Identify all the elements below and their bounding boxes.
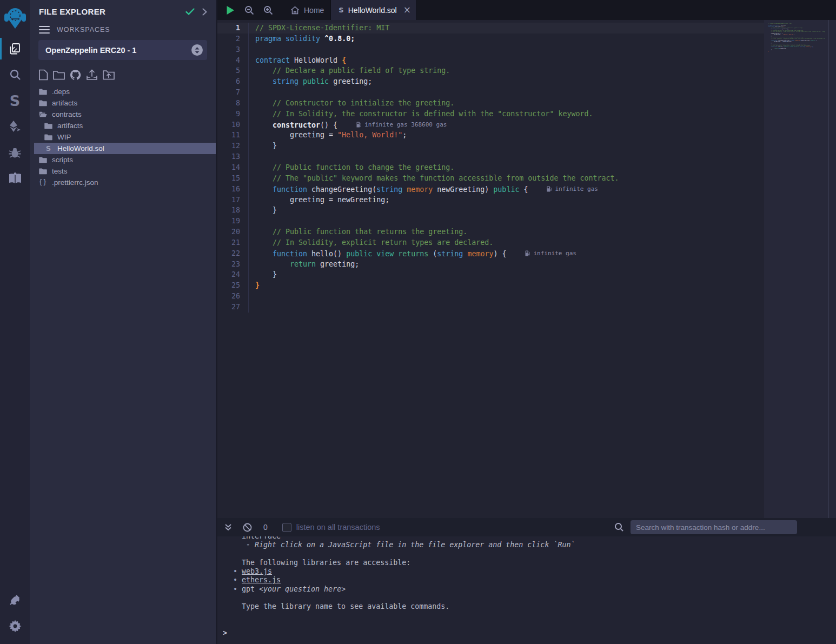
folder-icon (39, 168, 47, 175)
bullet: • (233, 585, 237, 594)
settings-gear-icon[interactable] (0, 613, 30, 639)
line-number: 19 (217, 216, 248, 227)
line-number: 26 (217, 291, 248, 302)
braces-icon: {} (39, 180, 47, 186)
tab-home[interactable]: Home (284, 0, 330, 20)
code-line-4[interactable]: 4contract HelloWorld { (217, 55, 836, 66)
code-line-10[interactable]: 10 constructor() {infinite gas 368600 ga… (217, 119, 836, 130)
remix-logo-icon[interactable] (0, 3, 30, 32)
code-line-5[interactable]: 5 // Declare a public field of type stri… (217, 65, 836, 76)
tab-helloworld-sol[interactable]: S HelloWorld.sol × (330, 0, 417, 20)
chevron-right-icon[interactable] (202, 8, 207, 16)
tree-item-wip[interactable]: WIP (30, 131, 216, 143)
sidebar-item-solidity-compiler[interactable]: S (0, 88, 30, 114)
bullet: • (233, 576, 237, 585)
listen-transactions-checkbox[interactable] (282, 523, 291, 532)
new-file-icon[interactable] (39, 69, 48, 81)
line-number: 24 (217, 269, 248, 280)
tree-item-tests[interactable]: tests (30, 165, 216, 177)
zoom-out-icon[interactable] (243, 4, 255, 16)
code-line-13[interactable]: 13 (217, 151, 836, 162)
file-explorer-panel: FILE EXPLORER WORKSPACES OpenZeppelin ER… (30, 0, 217, 644)
code-line-16[interactable]: 16 function changeGreeting(string memory… (217, 184, 836, 195)
clear-console-icon[interactable] (243, 523, 252, 532)
code-line-20[interactable]: 20 // Public function that returns the g… (217, 227, 836, 237)
code-line-1[interactable]: 1// SPDX-License-Identifier: MIT (217, 23, 836, 34)
line-number: 14 (217, 162, 248, 173)
run-script-button[interactable] (224, 4, 236, 16)
line-number: 13 (217, 151, 248, 162)
file-name: WIP (57, 133, 71, 141)
panel-title: FILE EXPLORER (39, 7, 178, 16)
line-number: 3 (217, 44, 248, 55)
terminal-line (223, 594, 831, 602)
tab-label: Home (304, 6, 324, 15)
code-line-8[interactable]: 8 // Constructor to initialize the greet… (217, 98, 836, 109)
tree-item-scripts[interactable]: scripts (30, 154, 216, 165)
code-line-26[interactable]: 26 (217, 291, 836, 302)
upload-file-icon[interactable] (86, 69, 98, 81)
tree-item-artifacts[interactable]: artifacts (30, 120, 216, 131)
code-line-25[interactable]: 25} (217, 280, 836, 291)
zoom-in-icon[interactable] (262, 4, 274, 16)
line-number: 4 (217, 55, 248, 66)
sidebar-item-learneth[interactable] (0, 165, 30, 191)
tree-item--deps[interactable]: .deps (30, 86, 216, 97)
tree-item-helloworld-sol[interactable]: SHelloWorld.sol (34, 143, 216, 154)
file-name: scripts (52, 156, 73, 164)
terminal-line: •web3.js (223, 567, 831, 576)
folder-icon (39, 88, 47, 95)
terminal-search-input[interactable] (631, 520, 797, 534)
terminal: 0 listen on all transactions interface -… (217, 518, 836, 644)
new-folder-icon[interactable] (53, 70, 65, 80)
code-line-15[interactable]: 15 // The "public" keyword makes the fun… (217, 173, 836, 184)
sidebar-item-deploy-and-run[interactable] (0, 114, 30, 140)
close-tab-icon[interactable]: × (403, 5, 411, 15)
workspaces-label: WORKSPACES (57, 26, 110, 34)
code-line-12[interactable]: 12 } (217, 141, 836, 151)
code-line-17[interactable]: 17 greeting = newGreeting; (217, 195, 836, 205)
tree-item--prettierrc-json[interactable]: {}.prettierrc.json (30, 177, 216, 188)
terminal-toolbar: 0 listen on all transactions (217, 518, 836, 536)
code-line-11[interactable]: 11 greeting = "Hello, World!"; (217, 130, 836, 141)
code-line-9[interactable]: 9 // In Solidity, the constructor is def… (217, 109, 836, 119)
workspace-selected-value: OpenZeppelin ERC20 - 1 (45, 46, 191, 55)
sidebar-item-file-explorer[interactable] (0, 36, 30, 62)
home-icon (290, 6, 300, 15)
terminal-link-web3js[interactable]: web3.js (242, 567, 272, 575)
code-line-23[interactable]: 23 return greeting; (217, 259, 836, 270)
folder-icon (39, 156, 47, 163)
minimap: // SPDX-License-Identifier: MITpragma so… (764, 20, 836, 52)
workspace-ok-check-icon[interactable] (185, 8, 195, 15)
code-line-7[interactable]: 7 (217, 87, 836, 98)
terminal-search-icon (614, 522, 624, 532)
terminal-output[interactable]: interface - Right click on a JavaScript … (217, 536, 836, 644)
terminal-link-ethersjs[interactable]: ethers.js (242, 576, 281, 584)
code-line-27[interactable]: 27 (217, 302, 836, 313)
code-line-21[interactable]: 21 // In Solidity, explicit return types… (217, 237, 836, 248)
sidebar-item-search[interactable] (0, 62, 30, 88)
upload-folder-icon[interactable] (103, 70, 115, 80)
terminal-line (223, 550, 831, 559)
code-line-2[interactable]: 2pragma solidity ^0.8.0; (217, 34, 836, 44)
code-line-18[interactable]: 18 } (217, 205, 836, 216)
workspaces-menu-icon[interactable] (39, 26, 50, 34)
bullet: • (233, 567, 237, 576)
code-line-6[interactable]: 6 string public greeting; (217, 76, 836, 87)
plugin-manager-icon[interactable] (0, 587, 30, 613)
collapse-terminal-icon[interactable] (224, 523, 232, 531)
minimap-region[interactable]: // SPDX-License-Identifier: MITpragma so… (764, 20, 836, 518)
code-line-22[interactable]: 22 function hello() public view returns … (217, 248, 836, 259)
tree-item-artifacts[interactable]: artifacts (30, 97, 216, 109)
code-line-14[interactable]: 14 // Public function to change the gree… (217, 162, 836, 173)
tree-item-contracts[interactable]: contracts (30, 109, 216, 120)
code-line-3[interactable]: 3 (217, 44, 836, 55)
line-number: 5 (217, 65, 248, 76)
file-name: .prettierrc.json (52, 178, 98, 187)
clone-github-icon[interactable] (70, 69, 81, 81)
workspace-select[interactable]: OpenZeppelin ERC20 - 1 (38, 40, 207, 60)
sidebar-item-debugger[interactable] (0, 140, 30, 165)
code-line-24[interactable]: 24 } (217, 269, 836, 280)
code-editor[interactable]: 1// SPDX-License-Identifier: MIT2pragma … (217, 20, 836, 518)
code-line-19[interactable]: 19 (217, 216, 836, 227)
